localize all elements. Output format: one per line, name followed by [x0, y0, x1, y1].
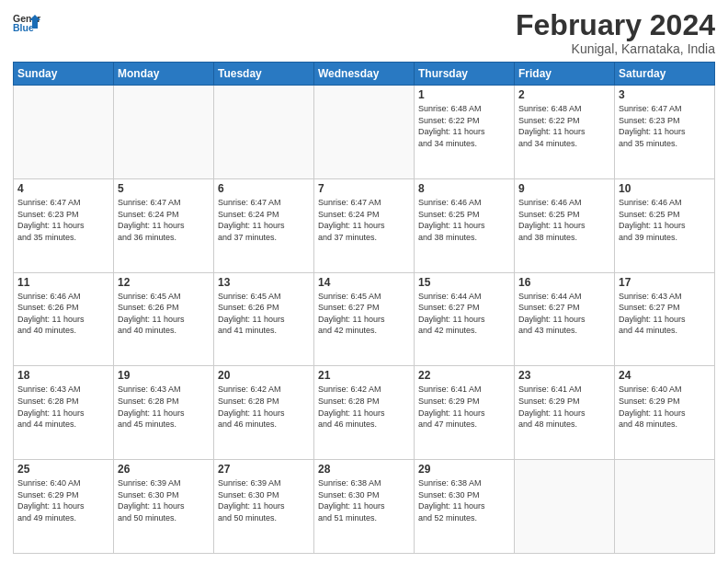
- day-info: Sunrise: 6:40 AMSunset: 6:29 PMDaylight:…: [619, 384, 711, 430]
- day-number: 3: [619, 88, 711, 101]
- calendar-day-cell: 4Sunrise: 6:47 AMSunset: 6:23 PMDaylight…: [14, 178, 114, 272]
- day-number: 25: [17, 463, 109, 476]
- calendar-day-cell: [214, 86, 314, 179]
- calendar-table: SundayMondayTuesdayWednesdayThursdayFrid…: [13, 62, 715, 554]
- day-number: 11: [17, 276, 109, 289]
- day-info: Sunrise: 6:48 AMSunset: 6:22 PMDaylight:…: [518, 103, 610, 149]
- svg-text:Blue: Blue: [13, 22, 34, 33]
- main-title: February 2024: [516, 9, 715, 41]
- day-info: Sunrise: 6:47 AMSunset: 6:24 PMDaylight:…: [118, 197, 210, 243]
- day-info: Sunrise: 6:45 AMSunset: 6:26 PMDaylight:…: [118, 291, 210, 337]
- day-number: 4: [17, 182, 109, 195]
- weekday-header: Saturday: [615, 63, 715, 86]
- calendar-day-cell: 26Sunrise: 6:39 AMSunset: 6:30 PMDayligh…: [114, 460, 214, 554]
- day-number: 15: [418, 276, 510, 289]
- header: General Blue February 2024 Kunigal, Karn…: [13, 9, 715, 56]
- day-info: Sunrise: 6:42 AMSunset: 6:28 PMDaylight:…: [218, 384, 310, 430]
- day-number: 17: [619, 276, 711, 289]
- day-info: Sunrise: 6:46 AMSunset: 6:26 PMDaylight:…: [17, 291, 109, 337]
- calendar-day-cell: 14Sunrise: 6:45 AMSunset: 6:27 PMDayligh…: [314, 272, 415, 366]
- day-number: 2: [518, 88, 610, 101]
- calendar-day-cell: 24Sunrise: 6:40 AMSunset: 6:29 PMDayligh…: [615, 366, 715, 460]
- day-info: Sunrise: 6:47 AMSunset: 6:24 PMDaylight:…: [218, 197, 310, 243]
- calendar-day-cell: 10Sunrise: 6:46 AMSunset: 6:25 PMDayligh…: [615, 178, 715, 272]
- calendar-day-cell: [114, 86, 214, 179]
- day-info: Sunrise: 6:41 AMSunset: 6:29 PMDaylight:…: [518, 384, 610, 430]
- calendar-day-cell: 20Sunrise: 6:42 AMSunset: 6:28 PMDayligh…: [214, 366, 314, 460]
- calendar-day-cell: 21Sunrise: 6:42 AMSunset: 6:28 PMDayligh…: [314, 366, 415, 460]
- day-number: 27: [218, 463, 310, 476]
- day-number: 22: [418, 369, 510, 382]
- calendar-day-cell: 15Sunrise: 6:44 AMSunset: 6:27 PMDayligh…: [415, 272, 515, 366]
- day-info: Sunrise: 6:47 AMSunset: 6:24 PMDaylight:…: [318, 197, 410, 243]
- day-number: 23: [518, 369, 610, 382]
- calendar-day-cell: 9Sunrise: 6:46 AMSunset: 6:25 PMDaylight…: [515, 178, 615, 272]
- day-info: Sunrise: 6:46 AMSunset: 6:25 PMDaylight:…: [619, 197, 711, 243]
- calendar-day-cell: 11Sunrise: 6:46 AMSunset: 6:26 PMDayligh…: [14, 272, 114, 366]
- calendar-day-cell: 29Sunrise: 6:38 AMSunset: 6:30 PMDayligh…: [415, 460, 515, 554]
- calendar-day-cell: 8Sunrise: 6:46 AMSunset: 6:25 PMDaylight…: [415, 178, 515, 272]
- title-area: February 2024 Kunigal, Karnataka, India: [516, 9, 715, 56]
- day-number: 7: [318, 182, 410, 195]
- day-info: Sunrise: 6:39 AMSunset: 6:30 PMDaylight:…: [118, 477, 210, 523]
- calendar-day-cell: 28Sunrise: 6:38 AMSunset: 6:30 PMDayligh…: [314, 460, 415, 554]
- day-info: Sunrise: 6:44 AMSunset: 6:27 PMDaylight:…: [418, 291, 510, 337]
- day-number: 1: [418, 88, 510, 101]
- calendar-day-cell: 18Sunrise: 6:43 AMSunset: 6:28 PMDayligh…: [14, 366, 114, 460]
- calendar-day-cell: 5Sunrise: 6:47 AMSunset: 6:24 PMDaylight…: [114, 178, 214, 272]
- day-number: 24: [619, 369, 711, 382]
- calendar-day-cell: 19Sunrise: 6:43 AMSunset: 6:28 PMDayligh…: [114, 366, 214, 460]
- day-info: Sunrise: 6:44 AMSunset: 6:27 PMDaylight:…: [518, 291, 610, 337]
- day-info: Sunrise: 6:42 AMSunset: 6:28 PMDaylight:…: [318, 384, 410, 430]
- logo-icon: General Blue: [13, 9, 40, 37]
- day-number: 29: [418, 463, 510, 476]
- calendar-week-row: 25Sunrise: 6:40 AMSunset: 6:29 PMDayligh…: [14, 460, 715, 554]
- day-info: Sunrise: 6:38 AMSunset: 6:30 PMDaylight:…: [418, 477, 510, 523]
- day-number: 16: [518, 276, 610, 289]
- calendar-day-cell: 2Sunrise: 6:48 AMSunset: 6:22 PMDaylight…: [515, 86, 615, 179]
- calendar-day-cell: 22Sunrise: 6:41 AMSunset: 6:29 PMDayligh…: [415, 366, 515, 460]
- day-number: 14: [318, 276, 410, 289]
- weekday-header: Wednesday: [314, 63, 415, 86]
- day-number: 8: [418, 182, 510, 195]
- calendar-day-cell: 13Sunrise: 6:45 AMSunset: 6:26 PMDayligh…: [214, 272, 314, 366]
- day-number: 20: [218, 369, 310, 382]
- calendar-week-row: 18Sunrise: 6:43 AMSunset: 6:28 PMDayligh…: [14, 366, 715, 460]
- calendar-day-cell: [314, 86, 415, 179]
- day-number: 13: [218, 276, 310, 289]
- weekday-header: Tuesday: [214, 63, 314, 86]
- calendar-day-cell: [615, 460, 715, 554]
- calendar-week-row: 1Sunrise: 6:48 AMSunset: 6:22 PMDaylight…: [14, 86, 715, 179]
- day-info: Sunrise: 6:48 AMSunset: 6:22 PMDaylight:…: [418, 103, 510, 149]
- day-info: Sunrise: 6:45 AMSunset: 6:26 PMDaylight:…: [218, 291, 310, 337]
- day-info: Sunrise: 6:43 AMSunset: 6:28 PMDaylight:…: [17, 384, 109, 430]
- day-number: 28: [318, 463, 410, 476]
- day-number: 21: [318, 369, 410, 382]
- day-info: Sunrise: 6:40 AMSunset: 6:29 PMDaylight:…: [17, 477, 109, 523]
- day-info: Sunrise: 6:45 AMSunset: 6:27 PMDaylight:…: [318, 291, 410, 337]
- day-number: 5: [118, 182, 210, 195]
- calendar-day-cell: 25Sunrise: 6:40 AMSunset: 6:29 PMDayligh…: [14, 460, 114, 554]
- day-number: 19: [118, 369, 210, 382]
- weekday-header-row: SundayMondayTuesdayWednesdayThursdayFrid…: [14, 63, 715, 86]
- weekday-header: Thursday: [415, 63, 515, 86]
- calendar-day-cell: 23Sunrise: 6:41 AMSunset: 6:29 PMDayligh…: [515, 366, 615, 460]
- page: General Blue February 2024 Kunigal, Karn…: [0, 0, 728, 563]
- day-number: 18: [17, 369, 109, 382]
- calendar-day-cell: 1Sunrise: 6:48 AMSunset: 6:22 PMDaylight…: [415, 86, 515, 179]
- logo: General Blue: [13, 9, 40, 37]
- day-info: Sunrise: 6:47 AMSunset: 6:23 PMDaylight:…: [17, 197, 109, 243]
- day-info: Sunrise: 6:38 AMSunset: 6:30 PMDaylight:…: [318, 477, 410, 523]
- calendar-day-cell: 12Sunrise: 6:45 AMSunset: 6:26 PMDayligh…: [114, 272, 214, 366]
- calendar-day-cell: [515, 460, 615, 554]
- day-number: 9: [518, 182, 610, 195]
- weekday-header: Sunday: [14, 63, 114, 86]
- day-info: Sunrise: 6:46 AMSunset: 6:25 PMDaylight:…: [418, 197, 510, 243]
- day-number: 12: [118, 276, 210, 289]
- day-info: Sunrise: 6:47 AMSunset: 6:23 PMDaylight:…: [619, 103, 711, 149]
- calendar-week-row: 11Sunrise: 6:46 AMSunset: 6:26 PMDayligh…: [14, 272, 715, 366]
- calendar-day-cell: 6Sunrise: 6:47 AMSunset: 6:24 PMDaylight…: [214, 178, 314, 272]
- day-info: Sunrise: 6:43 AMSunset: 6:27 PMDaylight:…: [619, 291, 711, 337]
- calendar-day-cell: 17Sunrise: 6:43 AMSunset: 6:27 PMDayligh…: [615, 272, 715, 366]
- day-info: Sunrise: 6:43 AMSunset: 6:28 PMDaylight:…: [118, 384, 210, 430]
